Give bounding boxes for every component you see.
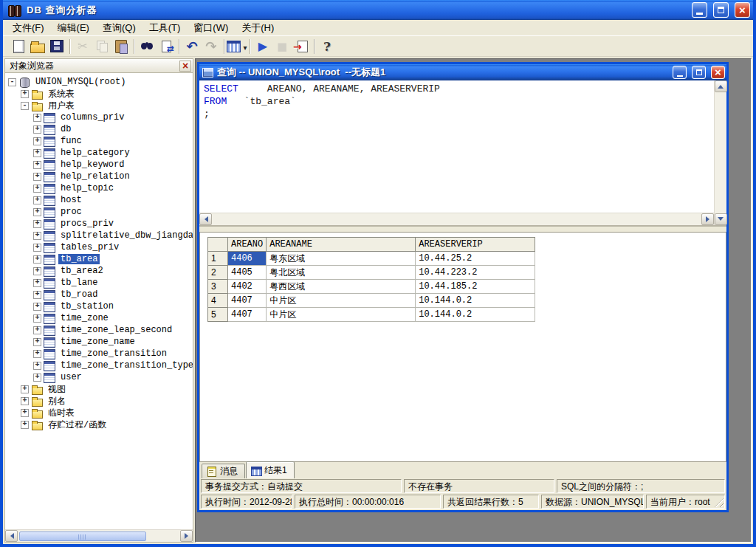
tree-item-tb_station[interactable]: +tb_station (5, 300, 193, 312)
expand-toggle[interactable]: + (21, 397, 29, 405)
menu-item-tools[interactable]: 工具(T) (142, 20, 188, 36)
expand-toggle[interactable]: + (33, 137, 41, 145)
expand-toggle[interactable]: + (33, 208, 41, 216)
table-cell[interactable]: 4407 (228, 308, 267, 322)
table-cell[interactable]: 10.144.0.2 (416, 294, 535, 308)
toolbar-undo-button[interactable] (182, 38, 202, 55)
scrollbar-thumb[interactable] (19, 531, 146, 541)
minimize-button[interactable] (692, 2, 707, 18)
resize-grip[interactable] (715, 498, 724, 507)
table-cell[interactable]: 中片区 (267, 308, 416, 322)
expand-toggle[interactable]: + (33, 125, 41, 134)
tree-item-tb_lane[interactable]: +tb_lane (5, 277, 193, 289)
expand-toggle[interactable]: + (33, 185, 41, 193)
expand-toggle[interactable]: + (33, 244, 41, 252)
expand-toggle[interactable]: + (33, 196, 41, 204)
table-cell[interactable]: 10.144.0.2 (416, 308, 535, 322)
maximize-button[interactable] (713, 2, 729, 18)
row-header[interactable]: 3 (208, 280, 228, 294)
tree-item-root[interactable]: -UNION_MYSQL(root) (5, 76, 193, 88)
row-header[interactable]: 4 (208, 294, 228, 308)
sql-editor[interactable]: SELECT AREANO, AREANAME, AREASERVERIPFRO… (199, 80, 714, 213)
toolbar-execute-button[interactable] (253, 38, 272, 55)
tree-item-proc[interactable]: +proc (5, 206, 193, 218)
tab-messages[interactable]: 消息 (202, 464, 245, 478)
expand-toggle[interactable]: + (21, 90, 29, 98)
toolbar-find-button[interactable] (137, 38, 157, 55)
tree-item-procs_priv[interactable]: +procs_priv (5, 218, 193, 230)
toolbar-grid-view-button[interactable] (227, 38, 247, 55)
expand-toggle[interactable]: + (33, 220, 41, 228)
expand-toggle[interactable]: + (33, 291, 41, 299)
tree-item-user-tables[interactable]: -用户表 (5, 100, 193, 111)
expand-toggle[interactable]: + (21, 409, 29, 417)
row-header[interactable]: 5 (208, 308, 228, 322)
child-close-button[interactable] (711, 66, 725, 79)
toolbar-new-document-button[interactable] (9, 38, 28, 55)
menu-item-file[interactable]: 文件(F) (6, 20, 51, 36)
table-cell[interactable]: 4405 (228, 266, 267, 280)
tab-result1[interactable]: 结果1 (246, 461, 295, 478)
expand-toggle[interactable]: + (33, 350, 41, 358)
table-cell[interactable]: 10.44.223.2 (416, 266, 535, 280)
toolbar-paste-button[interactable] (111, 38, 131, 55)
row-header[interactable]: 1 (208, 252, 228, 266)
table-cell[interactable]: 粤东区域 (267, 252, 416, 266)
expand-toggle[interactable]: + (21, 385, 29, 393)
table-cell[interactable]: 10.44.25.2 (416, 252, 535, 266)
editor-vertical-scrollbar[interactable] (714, 80, 726, 225)
expand-toggle[interactable]: + (33, 338, 41, 346)
expand-toggle[interactable]: + (33, 303, 41, 311)
table-cell[interactable]: 中片区 (267, 294, 416, 308)
row-header[interactable]: 2 (208, 266, 228, 280)
expand-toggle[interactable]: + (33, 173, 41, 181)
scroll-right-button[interactable] (180, 530, 193, 542)
scroll-up-button[interactable] (715, 80, 727, 92)
tree-item-func[interactable]: +func (5, 135, 193, 147)
tree-item-time_zone_name[interactable]: +time_zone_name (5, 336, 193, 348)
scroll-left-button[interactable] (5, 530, 18, 542)
tree-item-aliases[interactable]: +别名 (5, 395, 193, 407)
editor-horizontal-scrollbar[interactable] (199, 213, 714, 225)
tree-item-time_zone_transition[interactable]: +time_zone_transition (5, 348, 193, 359)
tree-item-db[interactable]: +db (5, 123, 193, 135)
tree-item-host[interactable]: +host (5, 194, 193, 206)
tree-item-help_topic[interactable]: +help_topic (5, 182, 193, 194)
tree-item-tables_priv[interactable]: +tables_priv (5, 241, 193, 253)
tree-item-tb_road[interactable]: +tb_road (5, 289, 193, 300)
expand-toggle[interactable]: + (33, 114, 41, 122)
expand-toggle[interactable]: + (33, 314, 41, 323)
column-header-areaserverip[interactable]: AREASERVERIP (416, 238, 535, 252)
table-cell[interactable]: 粤北区域 (267, 266, 416, 280)
tree-item-time_zone_transition_type[interactable]: +time_zone_transition_type (5, 359, 193, 371)
table-cell[interactable]: 10.44.185.2 (416, 280, 535, 294)
expand-toggle[interactable]: + (33, 267, 41, 275)
toolbar-help-button[interactable] (317, 38, 337, 55)
column-header-areano[interactable]: AREANO (228, 238, 267, 252)
tree-item-user[interactable]: +user (5, 371, 193, 383)
table-cell[interactable]: 4402 (228, 280, 267, 294)
expand-toggle[interactable]: + (33, 279, 41, 287)
scroll-left-button[interactable] (199, 213, 212, 225)
scroll-right-button[interactable] (701, 213, 714, 225)
tree-item-views[interactable]: +视图 (5, 383, 193, 395)
table-cell[interactable]: 4406 (228, 252, 267, 266)
toolbar-open-file-button[interactable] (28, 38, 47, 55)
menu-item-query[interactable]: 查询(Q) (96, 20, 142, 36)
toolbar-export-button[interactable] (292, 38, 311, 55)
scroll-down-button[interactable] (715, 213, 727, 225)
tree-item-time_zone[interactable]: +time_zone (5, 312, 193, 324)
toolbar-replace-button[interactable] (157, 38, 176, 55)
tree-item-tb_area2[interactable]: +tb_area2 (5, 265, 193, 277)
close-button[interactable] (735, 2, 750, 18)
tree-item-help_keyword[interactable]: +help_keyword (5, 159, 193, 171)
expand-toggle[interactable]: + (33, 232, 41, 240)
expand-toggle[interactable]: + (33, 374, 41, 382)
tree-item-temp-tables[interactable]: +临时表 (5, 407, 193, 419)
tree-item-system-tables[interactable]: +系统表 (5, 88, 193, 100)
expand-toggle[interactable]: - (8, 78, 16, 86)
expand-toggle[interactable]: - (21, 102, 29, 110)
expand-toggle[interactable]: + (33, 326, 41, 334)
menu-item-about[interactable]: 关于(H) (235, 20, 281, 36)
tree-item-help_relation[interactable]: +help_relation (5, 171, 193, 182)
